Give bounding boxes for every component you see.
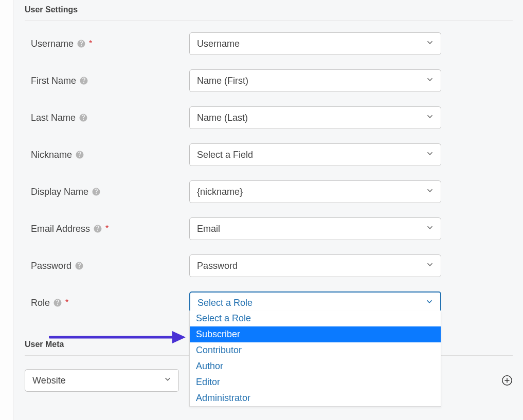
select-user-meta-value: Website — [32, 375, 66, 386]
label-email: Email Address — [31, 224, 90, 234]
help-icon[interactable] — [75, 150, 84, 159]
help-icon[interactable] — [93, 224, 102, 233]
chevron-down-icon — [425, 260, 435, 272]
select-last-name[interactable]: Name (Last) — [189, 106, 441, 129]
help-icon[interactable] — [79, 76, 88, 85]
select-user-meta-key[interactable]: Website — [25, 369, 179, 392]
label-last-name: Last Name — [31, 113, 76, 123]
row-email: Email Address * Email — [25, 217, 523, 240]
select-nickname-value: Select a Field — [197, 150, 253, 160]
role-dropdown[interactable]: Select a RoleSubscriberContributorAuthor… — [189, 311, 441, 407]
row-password: Password Password — [25, 254, 523, 277]
label-nickname: Nickname — [31, 150, 72, 160]
chevron-down-icon — [425, 149, 435, 161]
required-asterisk: * — [89, 39, 92, 48]
label-role: Role — [31, 298, 50, 308]
chevron-down-icon — [425, 223, 435, 235]
select-first-name[interactable]: Name (First) — [189, 69, 441, 92]
select-nickname[interactable]: Select a Field — [189, 143, 441, 166]
row-last-name: Last Name Name (Last) — [25, 106, 523, 129]
help-icon[interactable] — [92, 187, 101, 196]
row-nickname: Nickname Select a Field — [25, 143, 523, 166]
select-display-name[interactable]: {nickname} — [189, 180, 441, 203]
chevron-down-icon — [425, 112, 435, 124]
chevron-down-icon — [425, 38, 435, 50]
select-first-name-value: Name (First) — [197, 76, 248, 86]
role-option[interactable]: Contributor — [190, 342, 441, 358]
select-display-name-value: {nickname} — [197, 187, 243, 197]
help-icon[interactable] — [75, 261, 84, 270]
select-username[interactable]: Username — [189, 32, 441, 55]
help-icon[interactable] — [77, 39, 86, 48]
select-role-value: Select a Role — [197, 298, 253, 308]
row-first-name: First Name Name (First) — [25, 69, 523, 92]
select-password[interactable]: Password — [189, 254, 441, 277]
select-password-value: Password — [197, 261, 238, 271]
chevron-down-icon — [425, 186, 435, 198]
select-username-value: Username — [197, 39, 240, 49]
role-option[interactable]: Select a Role — [190, 311, 441, 326]
chevron-down-icon — [163, 375, 172, 387]
role-option[interactable]: Editor — [190, 374, 441, 390]
row-username: Username * Username — [25, 32, 523, 55]
role-option[interactable]: Subscriber — [190, 326, 441, 342]
required-asterisk: * — [105, 224, 109, 233]
add-meta-button[interactable] — [501, 375, 513, 386]
chevron-down-icon — [425, 297, 434, 309]
label-display-name: Display Name — [31, 187, 88, 197]
user-settings-heading: User Settings — [25, 0, 513, 21]
help-icon[interactable] — [53, 298, 62, 307]
required-asterisk: * — [65, 298, 68, 307]
label-first-name: First Name — [31, 76, 76, 86]
select-email[interactable]: Email — [189, 217, 441, 240]
select-last-name-value: Name (Last) — [197, 113, 248, 123]
help-icon[interactable] — [79, 113, 88, 122]
select-email-value: Email — [197, 224, 220, 234]
label-username: Username — [31, 39, 74, 49]
label-password: Password — [31, 261, 71, 271]
chevron-down-icon — [425, 75, 435, 87]
role-option[interactable]: Administrator — [190, 390, 441, 406]
role-option[interactable]: Author — [190, 358, 441, 374]
row-display-name: Display Name {nickname} — [25, 180, 523, 203]
